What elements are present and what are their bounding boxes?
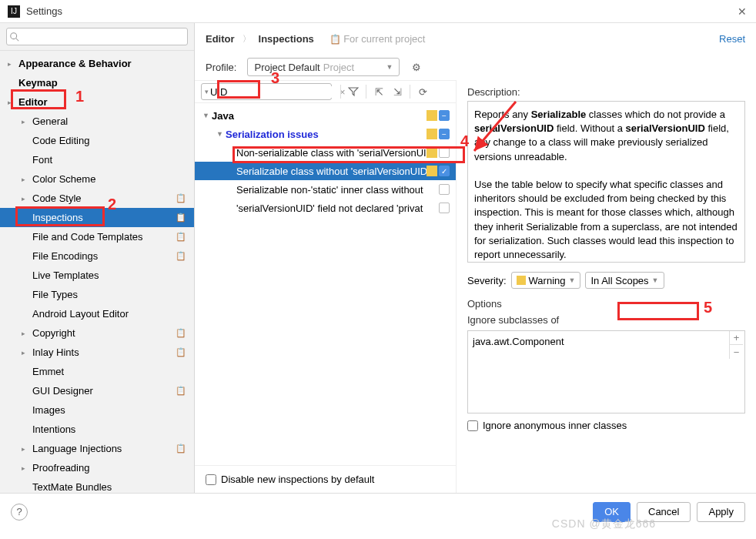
sidebar-item-proofreading[interactable]: ▸Proofreading	[0, 458, 194, 477]
ignore-subclasses-box[interactable]: java.awt.Component + −	[467, 330, 745, 413]
chevron-down-icon: ▼	[652, 276, 659, 284]
copy-icon: 📋	[176, 213, 186, 223]
ignore-item[interactable]: java.awt.Component	[473, 336, 564, 347]
sidebar-item-code-editing[interactable]: Code Editing	[0, 131, 194, 150]
sidebar-item-images[interactable]: Images	[0, 400, 194, 420]
sidebar-item-live-templates[interactable]: Live Templates	[0, 266, 194, 285]
expand-all-icon[interactable]: ⇱	[370, 83, 387, 100]
inspection-row[interactable]: ▼Java−	[195, 106, 456, 125]
inspections-tree[interactable]: ▼Java−▼Serialization issues−Non-serializ…	[195, 103, 456, 465]
chevron-down-icon: ▼	[202, 112, 210, 119]
reset-view-icon[interactable]: ⟳	[414, 83, 431, 100]
profile-label: Profile:	[206, 62, 236, 73]
inspections-column: ▾ × ⇱ ⇲ ⟳ ▼Java−▼Serialization issues−No…	[195, 80, 457, 493]
sidebar-search-wrap	[0, 23, 194, 51]
window-title: Settings	[26, 5, 736, 17]
inspection-row[interactable]: Serializable class without 'serialVersio…	[195, 162, 456, 180]
details-column: Description: Reports any Serializable cl…	[457, 80, 756, 493]
copy-icon: 📋	[176, 444, 186, 454]
chevron-right-icon: 〉	[243, 33, 251, 45]
profile-combo[interactable]: Project Default Project ▼	[247, 58, 400, 76]
inspections-toolbar: ▾ × ⇱ ⇲ ⟳	[195, 80, 456, 103]
gear-icon[interactable]: ⚙	[412, 62, 421, 73]
svg-line-1	[16, 38, 19, 42]
search-icon	[9, 32, 20, 42]
sidebar-tree[interactable]: ▸Appearance & BehaviorKeymap▸Editor▸Gene…	[0, 51, 194, 493]
svg-point-0	[11, 33, 17, 39]
sidebar-item-copyright[interactable]: ▸Copyright📋	[0, 323, 194, 343]
disable-new-row: Disable new inspections by default	[195, 465, 456, 493]
ignore-sub-label: Ignore subclasses of	[467, 314, 745, 326]
breadcrumb: Editor 〉 Inspections 📋 For current proje…	[195, 23, 756, 54]
inspection-row[interactable]: ▼Serialization issues−	[195, 125, 456, 143]
inspection-row[interactable]: 'serialVersionUID' field not declared 'p…	[195, 199, 456, 217]
chevron-icon: ▸	[8, 60, 15, 68]
sidebar-item-inlay-hints[interactable]: ▸Inlay Hints📋	[0, 343, 194, 362]
sidebar-item-file-and-code-templates[interactable]: File and Code Templates📋	[0, 227, 194, 246]
apply-button[interactable]: Apply	[697, 502, 745, 522]
inspection-checkbox[interactable]: −	[439, 129, 450, 139]
remove-icon[interactable]: −	[729, 345, 743, 359]
sidebar-item-textmate-bundles[interactable]: TextMate Bundles	[0, 477, 194, 493]
chevron-down-icon: ▼	[569, 276, 576, 284]
disable-new-checkbox[interactable]	[206, 474, 216, 485]
sidebar-item-android-layout-editor[interactable]: Android Layout Editor	[0, 304, 194, 323]
collapse-all-icon[interactable]: ⇲	[389, 83, 406, 100]
severity-indicator-icon	[427, 166, 437, 176]
chevron-icon: ▸	[22, 118, 29, 126]
warning-color-icon	[517, 276, 526, 285]
sidebar-item-general[interactable]: ▸General	[0, 112, 194, 131]
project-hint: 📋 For current project	[329, 33, 426, 45]
sidebar-item-file-types[interactable]: File Types	[0, 285, 194, 304]
severity-indicator-icon	[427, 110, 437, 121]
sidebar-item-inspections[interactable]: Inspections📋	[0, 208, 194, 227]
copy-icon: 📋	[176, 251, 186, 261]
chevron-down-icon: ▼	[386, 63, 393, 71]
close-icon[interactable]: ✕	[736, 5, 748, 18]
description-heading: Description:	[467, 86, 745, 98]
sidebar-item-language-injections[interactable]: ▸Language Injections📋	[0, 439, 194, 458]
inspection-row[interactable]: Serializable non-'static' inner class wi…	[195, 180, 456, 199]
reset-link[interactable]: Reset	[719, 33, 745, 45]
sidebar-item-appearance-behavior[interactable]: ▸Appearance & Behavior	[0, 54, 194, 73]
sidebar-item-editor[interactable]: ▸Editor	[0, 92, 194, 112]
inspection-row[interactable]: Non-serializable class with 'serialVersi…	[195, 143, 456, 162]
sidebar-search-input[interactable]	[6, 28, 188, 45]
inspections-search-input[interactable]	[210, 86, 340, 98]
severity-indicator-icon	[427, 147, 437, 158]
copy-icon: 📋	[176, 328, 186, 338]
copy-icon: 📋	[176, 386, 186, 396]
add-icon[interactable]: +	[729, 331, 743, 345]
history-chevron-icon[interactable]: ▾	[205, 88, 209, 95]
profile-row: Profile: Project Default Project ▼ ⚙	[195, 54, 756, 80]
sidebar-item-emmet[interactable]: Emmet	[0, 362, 194, 381]
severity-combo[interactable]: Warning ▼	[511, 272, 581, 289]
ignore-anon-checkbox[interactable]	[467, 420, 478, 431]
breadcrumb-child: Inspections	[259, 33, 314, 45]
app-logo-icon: IJ	[8, 5, 20, 18]
scope-combo[interactable]: In All Scopes ▼	[585, 272, 664, 289]
chevron-icon: ▸	[22, 445, 29, 453]
settings-sidebar: ▸Appearance & BehaviorKeymap▸Editor▸Gene…	[0, 23, 195, 493]
severity-indicator-icon	[427, 129, 437, 139]
sidebar-item-color-scheme[interactable]: ▸Color Scheme	[0, 169, 194, 189]
sidebar-item-gui-designer[interactable]: GUI Designer📋	[0, 381, 194, 400]
inspection-checkbox[interactable]	[439, 147, 450, 158]
sidebar-item-font[interactable]: Font	[0, 150, 194, 169]
sidebar-item-keymap[interactable]: Keymap	[0, 73, 194, 92]
watermark: CSDN @黄金龙666	[552, 517, 656, 531]
inspection-checkbox[interactable]	[439, 184, 450, 195]
filter-icon[interactable]	[345, 83, 362, 100]
help-icon[interactable]: ?	[11, 504, 28, 521]
sidebar-item-file-encodings[interactable]: File Encodings📋	[0, 246, 194, 266]
sidebar-item-code-style[interactable]: ▸Code Style📋	[0, 189, 194, 208]
inspections-search[interactable]: ▾ ×	[201, 83, 332, 100]
main-panel: Editor 〉 Inspections 📋 For current proje…	[195, 23, 756, 493]
inspection-checkbox[interactable]: ✓	[439, 166, 450, 176]
inspection-checkbox[interactable]	[439, 203, 450, 213]
chevron-icon: ▸	[22, 176, 29, 183]
copy-icon: 📋	[176, 347, 186, 357]
breadcrumb-parent[interactable]: Editor	[206, 33, 235, 45]
inspection-checkbox[interactable]: −	[439, 110, 450, 121]
sidebar-item-intentions[interactable]: Intentions	[0, 420, 194, 439]
